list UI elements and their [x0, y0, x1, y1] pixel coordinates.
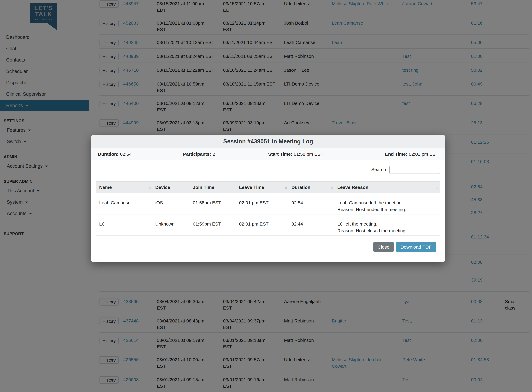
cell-name: Leah Camanse	[96, 193, 152, 214]
cell-device: Unknown	[152, 214, 190, 236]
modal-actions: Close Download PDF	[91, 242, 436, 252]
cell-leave-reason: Leah Camanse left the meeting.Reason: Ho…	[334, 193, 440, 214]
modal-duration: Duration:02:54	[98, 151, 183, 157]
sort-icon[interactable]: ↑↓	[186, 184, 188, 191]
column-header-join-time[interactable]: ↑↓Join Time	[190, 181, 236, 193]
meeting-log-modal: Session #439051 In Meeting Log Duration:…	[91, 135, 445, 262]
column-header-label: Name	[99, 185, 112, 190]
modal-title: Session #439051 In Meeting Log	[223, 138, 313, 145]
cell-name: LC	[96, 214, 152, 236]
sort-icon[interactable]: ↑↓	[232, 184, 234, 191]
cell-duration: 02:44	[288, 214, 334, 236]
sort-icon[interactable]: ↑↓	[148, 184, 150, 191]
modal-start-time: Start Time:01:58 pm EST	[268, 151, 370, 157]
column-header-leave-time[interactable]: ↑↓Leave Time	[236, 181, 288, 193]
cell-duration: 02:54	[288, 193, 334, 214]
cell-leave-time: 02:01 pm EST	[236, 214, 288, 236]
search-input[interactable]	[389, 166, 440, 174]
column-header-label: Duration	[291, 185, 310, 190]
sort-icon[interactable]: ↑↓	[436, 184, 438, 191]
cell-device: iOS	[152, 193, 190, 214]
column-header-label: Leave Time	[239, 185, 264, 190]
column-header-duration[interactable]: ↑↓Duration	[288, 181, 334, 193]
column-header-label: Leave Reason	[337, 185, 368, 190]
sort-icon[interactable]: ↑↓	[331, 184, 332, 191]
modal-search-row: Search:	[96, 166, 440, 174]
cell-leave-reason: LC left the meeting.Reason: Host closed …	[334, 214, 440, 236]
modal-participants: Participants:2	[183, 151, 268, 157]
column-header-label: Device	[155, 185, 170, 190]
modal-info-bar: Duration:02:54 Participants:2 Start Time…	[91, 148, 445, 160]
column-header-leave-reason[interactable]: ↑↓Leave Reason	[334, 181, 440, 193]
cell-join-time: 01:59pm EST	[190, 214, 236, 236]
modal-end-time: End Time:02:01 pm EST	[370, 151, 438, 157]
participant-row: LCUnknown01:59pm EST02:01 pm EST02:44LC …	[96, 214, 440, 236]
cell-join-time: 01:58pm EST	[190, 193, 236, 214]
column-header-label: Join Time	[193, 185, 214, 190]
close-button[interactable]: Close	[373, 242, 394, 252]
cell-leave-time: 02:01 pm EST	[236, 193, 288, 214]
participants-table: ↑↓Name↑↓Device↑↓Join Time↑↓Leave Time↑↓D…	[96, 181, 440, 236]
column-header-device[interactable]: ↑↓Device	[152, 181, 190, 193]
sort-icon[interactable]: ↑↓	[285, 184, 286, 191]
search-label: Search:	[371, 167, 387, 172]
participant-row: Leah CamanseiOS01:58pm EST02:01 pm EST02…	[96, 193, 440, 214]
modal-header: Session #439051 In Meeting Log	[91, 135, 445, 148]
column-header-name[interactable]: ↑↓Name	[96, 181, 152, 193]
download-pdf-button[interactable]: Download PDF	[396, 242, 436, 252]
